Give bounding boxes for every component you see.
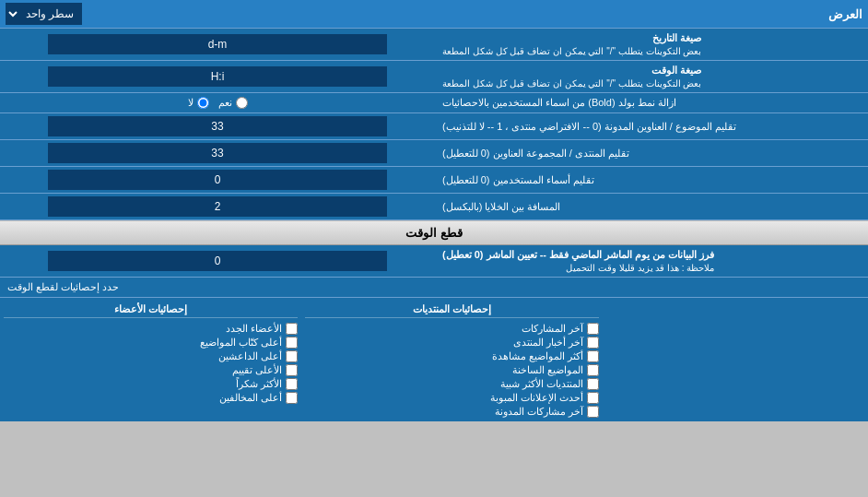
space-input[interactable] xyxy=(48,196,387,217)
forum-stats-header: إحصائيات المنتديات xyxy=(305,302,599,318)
cb-blog-posts[interactable]: آخر مشاركات المدونة xyxy=(305,406,599,418)
main-container: العرض سطر واحد سطران ثلاثة أسطر صيغة الت… xyxy=(0,0,868,421)
cb-classifieds-input[interactable] xyxy=(587,392,599,404)
forum-input[interactable] xyxy=(48,143,387,163)
cb-blog-posts-input[interactable] xyxy=(587,406,599,418)
cb-hot-topics-label: المواضيع الساخنة xyxy=(512,364,583,376)
cb-hot-topics-input[interactable] xyxy=(587,364,599,376)
realtime-sublabel: ملاحظة : هذا قد يزيد قليلا وقت التحميل xyxy=(442,263,714,273)
realtime-main-label: فرز البيانات من يوم الماشر الماضي فقط --… xyxy=(442,249,714,261)
top-header-row: العرض سطر واحد سطران ثلاثة أسطر xyxy=(0,0,868,29)
space-row: المسافة بين الخلايا (بالبكسل) xyxy=(0,194,868,220)
cb-new-members-label: الأعضاء الجدد xyxy=(226,323,282,335)
cb-top-rated-input[interactable] xyxy=(286,364,298,376)
users-input[interactable] xyxy=(48,170,387,190)
cb-top-rated-label: الأعلى تقييم xyxy=(232,364,282,376)
cb-new-members-input[interactable] xyxy=(286,323,298,335)
cb-top-rated[interactable]: الأعلى تقييم xyxy=(4,364,298,376)
bold-yes-radio[interactable] xyxy=(236,97,248,109)
time-format-row: صيغة الوقت بعض التكوينات يتطلب "/" التي … xyxy=(0,61,868,93)
limit-label: حدد إحصائيات لقطع الوقت xyxy=(7,281,119,293)
time-format-input[interactable] xyxy=(48,66,387,87)
cb-most-viewed-input[interactable] xyxy=(587,350,599,362)
cb-classifieds-label: أحدث الإعلانات المبوبة xyxy=(490,392,583,404)
cb-top-posters-input[interactable] xyxy=(286,350,298,362)
bold-no-radio[interactable] xyxy=(197,97,209,109)
cb-latest-posts[interactable]: آخر المشاركات xyxy=(305,323,599,335)
checkboxes-section: إحصائيات المنتديات آخر المشاركات آخر أخب… xyxy=(0,298,868,421)
cb-forum-news-input[interactable] xyxy=(587,337,599,349)
cb-most-thanks[interactable]: الأكثر شكراً xyxy=(4,378,298,390)
cb-top-violators-label: أعلى المخالفين xyxy=(219,392,282,404)
time-format-sublabel: بعض التكوينات يتطلب "/" التي يمكن ان تضا… xyxy=(442,78,701,89)
cb-top-writers-label: أعلى كتّاب المواضيع xyxy=(200,337,282,349)
forum-label: تقليم المنتدى / المجموعة العناوين (0 للت… xyxy=(435,140,868,166)
users-input-wrap[interactable] xyxy=(0,167,435,193)
topics-row: تقليم الموضوع / العناوين المدونة (0 -- ا… xyxy=(0,113,868,140)
cb-forum-news-label: آخر أخبار المنتدى xyxy=(513,337,583,349)
realtime-title: قطع الوقت xyxy=(405,226,463,240)
realtime-input-wrap[interactable] xyxy=(0,245,435,277)
date-format-sublabel: بعض التكوينات يتطلب "/" التي يمكن ان تضا… xyxy=(442,46,701,56)
cb-top-violators[interactable]: أعلى المخالفين xyxy=(4,392,298,404)
forum-input-wrap[interactable] xyxy=(0,140,435,166)
time-format-title: صيغة الوقت xyxy=(442,65,701,77)
display-select[interactable]: سطر واحد سطران ثلاثة أسطر xyxy=(6,3,82,25)
cb-top-writers-input[interactable] xyxy=(286,337,298,349)
space-label: المسافة بين الخلايا (بالبكسل) xyxy=(435,194,868,219)
cb-top-posters-label: أعلى الداعشين xyxy=(218,350,282,362)
forum-stats-col: إحصائيات المنتديات آخر المشاركات آخر أخب… xyxy=(305,302,599,418)
cb-latest-posts-input[interactable] xyxy=(587,323,599,335)
date-format-label: صيغة التاريخ بعض التكوينات يتطلب "/" الت… xyxy=(435,29,868,60)
date-format-row: صيغة التاريخ بعض التكوينات يتطلب "/" الت… xyxy=(0,29,868,61)
bold-no-text: لا xyxy=(188,97,194,109)
member-stats-col: إحصائيات الأعضاء الأعضاء الجدد أعلى كتّا… xyxy=(4,302,298,418)
date-format-input[interactable] xyxy=(48,34,387,54)
cb-most-viewed[interactable]: أكثر المواضيع مشاهدة xyxy=(305,350,599,362)
cb-new-members[interactable]: الأعضاء الجدد xyxy=(4,323,298,335)
time-format-label: صيغة الوقت بعض التكوينات يتطلب "/" التي … xyxy=(435,61,868,92)
bold-yes-label[interactable]: نعم xyxy=(218,97,248,109)
bold-yes-text: نعم xyxy=(218,97,232,109)
bold-radio-group: نعم لا xyxy=(188,97,248,109)
header-label: العرض xyxy=(828,7,862,21)
empty-col xyxy=(606,302,864,418)
cb-blog-posts-label: آخر مشاركات المدونة xyxy=(495,406,583,418)
cb-top-violators-input[interactable] xyxy=(286,392,298,404)
users-label: تقليم أسماء المستخدمين (0 للتعطيل) xyxy=(435,167,868,193)
realtime-label: فرز البيانات من يوم الماشر الماضي فقط --… xyxy=(435,245,868,277)
date-format-input-wrap[interactable] xyxy=(0,29,435,60)
cb-similar-forums-input[interactable] xyxy=(587,378,599,390)
bold-radio-wrap: نعم لا xyxy=(0,93,435,112)
topics-label: تقليم الموضوع / العناوين المدونة (0 -- ا… xyxy=(435,113,868,139)
time-format-input-wrap[interactable] xyxy=(0,61,435,92)
topics-input[interactable] xyxy=(48,116,387,136)
bold-label: ازالة نمط بولد (Bold) من اسماء المستخدمي… xyxy=(435,93,868,112)
date-format-title: صيغة التاريخ xyxy=(442,32,701,44)
cb-similar-forums[interactable]: المنتديات الأكثر شبية xyxy=(305,378,599,390)
space-input-wrap[interactable] xyxy=(0,194,435,219)
realtime-input[interactable] xyxy=(48,251,387,271)
bold-row: ازالة نمط بولد (Bold) من اسماء المستخدمي… xyxy=(0,93,868,113)
cb-forum-news[interactable]: آخر أخبار المنتدى xyxy=(305,337,599,349)
cb-top-writers[interactable]: أعلى كتّاب المواضيع xyxy=(4,337,298,349)
forum-row: تقليم المنتدى / المجموعة العناوين (0 للت… xyxy=(0,140,868,167)
cb-similar-forums-label: المنتديات الأكثر شبية xyxy=(500,378,583,390)
users-row: تقليم أسماء المستخدمين (0 للتعطيل) xyxy=(0,167,868,194)
select-wrapper[interactable]: سطر واحد سطران ثلاثة أسطر xyxy=(6,3,82,25)
realtime-row: فرز البيانات من يوم الماشر الماضي فقط --… xyxy=(0,245,868,278)
limit-row: حدد إحصائيات لقطع الوقت xyxy=(0,278,868,298)
topics-input-wrap[interactable] xyxy=(0,113,435,139)
cb-most-thanks-input[interactable] xyxy=(286,378,298,390)
bold-no-label[interactable]: لا xyxy=(188,97,209,109)
member-stats-header: إحصائيات الأعضاء xyxy=(4,302,298,318)
cb-top-posters[interactable]: أعلى الداعشين xyxy=(4,350,298,362)
cb-most-viewed-label: أكثر المواضيع مشاهدة xyxy=(492,350,583,362)
cb-most-thanks-label: الأكثر شكراً xyxy=(236,378,282,390)
realtime-section-header: قطع الوقت xyxy=(0,220,868,245)
cb-hot-topics[interactable]: المواضيع الساخنة xyxy=(305,364,599,376)
cb-classifieds[interactable]: أحدث الإعلانات المبوبة xyxy=(305,392,599,404)
cb-latest-posts-label: آخر المشاركات xyxy=(522,323,583,335)
